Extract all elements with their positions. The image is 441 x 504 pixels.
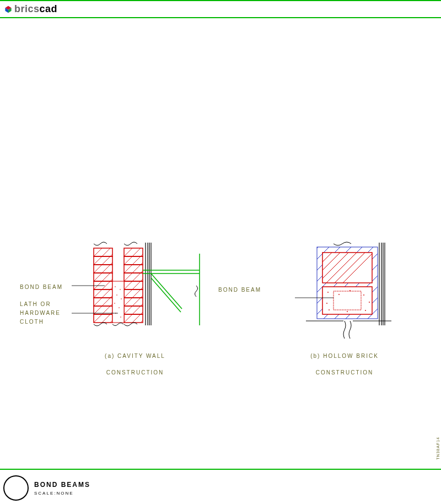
svg-line-26 xyxy=(88,245,121,278)
cavity-wall-drawing xyxy=(72,237,215,353)
bottom-green-bar xyxy=(0,469,441,470)
svg-point-57 xyxy=(120,317,121,318)
label-bond-beam-center: BOND BEAM xyxy=(218,287,261,293)
svg-point-102 xyxy=(365,310,366,311)
svg-line-65 xyxy=(151,278,181,312)
title-block-circle xyxy=(3,475,29,501)
svg-point-55 xyxy=(119,307,120,308)
svg-point-94 xyxy=(327,292,329,293)
title-block: BOND BEAMS SCALE:NONE xyxy=(3,475,90,501)
svg-point-97 xyxy=(363,294,364,296)
drawing-reference-number: TN38AF14 xyxy=(436,437,440,460)
hollow-brick-drawing xyxy=(295,237,405,347)
svg-line-23 xyxy=(88,237,121,254)
svg-point-100 xyxy=(329,309,330,310)
drawing-title: BOND BEAMS xyxy=(34,481,90,489)
svg-point-101 xyxy=(347,311,348,312)
section-a-title: (a) CAVITY WALL xyxy=(85,353,185,359)
svg-rect-49 xyxy=(112,281,124,323)
svg-point-52 xyxy=(116,294,117,296)
label-bond-beam-left: BOND BEAM xyxy=(20,283,63,292)
svg-line-64 xyxy=(151,274,182,309)
svg-point-53 xyxy=(121,298,122,299)
svg-point-98 xyxy=(326,303,327,304)
drawing-scale: SCALE:NONE xyxy=(34,491,90,496)
drawing-canvas: BOND BEAM LATH OR HARDWARE CLOTH BOND BE… xyxy=(0,17,441,452)
svg-line-48 xyxy=(119,320,152,353)
logo-row: bricscad xyxy=(0,1,441,16)
section-b-title: (b) HOLLOW BRICK xyxy=(295,353,394,359)
section-b-sub: CONSTRUCTION xyxy=(295,369,394,376)
section-a-sub: CONSTRUCTION xyxy=(85,369,185,376)
svg-point-99 xyxy=(369,302,370,303)
svg-point-51 xyxy=(120,289,121,290)
svg-line-35 xyxy=(88,320,121,353)
svg-line-36 xyxy=(119,237,152,254)
svg-line-37 xyxy=(119,237,152,262)
svg-line-24 xyxy=(88,237,121,262)
label-lath-hardware-cloth: LATH OR HARDWARE CLOTH xyxy=(20,300,61,326)
bricscad-logo-icon xyxy=(4,6,12,13)
svg-point-54 xyxy=(114,303,115,304)
svg-point-50 xyxy=(115,286,116,287)
svg-point-95 xyxy=(338,294,340,295)
logo-text: bricscad xyxy=(14,3,57,15)
svg-point-96 xyxy=(349,290,351,291)
